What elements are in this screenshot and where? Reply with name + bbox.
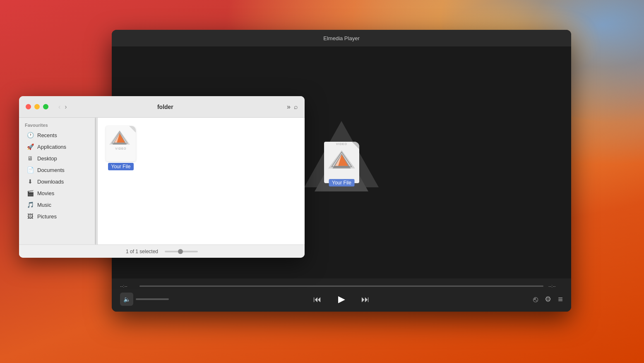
maximize-button[interactable] — [43, 104, 48, 109]
progress-bar-area: --:-- --:-- — [120, 278, 563, 291]
sidebar-label-pictures: Pictures — [37, 213, 57, 220]
file-icon-small: VIDEO — [106, 126, 136, 161]
player-controls-bar: --:-- --:-- 🔈 ⏮ ▶ ⏭ ⎋ ⚙ ≡ — [112, 278, 571, 312]
desktop-icon: 🖥 — [26, 155, 34, 162]
volume-icon: 🔈 — [123, 296, 130, 302]
sidebar-scrollbar[interactable] — [95, 118, 96, 244]
progress-track[interactable] — [139, 286, 543, 287]
file-item-your-file[interactable]: VIDEO Your File — [106, 126, 136, 170]
finder-window: ‹ › folder » ⌕ Favourites 🕐 Recents 🚀 Ap… — [19, 96, 305, 258]
nav-arrows: ‹ › — [57, 102, 69, 111]
forward-arrow-button[interactable]: › — [63, 102, 68, 111]
player-title: Elmedia Player — [323, 35, 359, 41]
time-elapsed: --:-- — [120, 283, 135, 288]
sidebar-label-documents: Documents — [37, 167, 65, 173]
search-button[interactable]: ⌕ — [294, 103, 298, 111]
pictures-icon: 🖼 — [26, 213, 34, 220]
finder-body: Favourites 🕐 Recents 🚀 Applications 🖥 De… — [19, 118, 305, 244]
icon-size-slider[interactable] — [165, 251, 198, 252]
player-file-icon: VIDEO Your File — [324, 142, 359, 183]
volume-button[interactable]: 🔈 — [120, 293, 133, 306]
finder-status-bar: 1 of 1 selected — [19, 244, 305, 258]
player-file-label: Your File — [329, 179, 355, 186]
player-video-badge-large: VIDEO — [324, 143, 359, 145]
sidebar-item-desktop[interactable]: 🖥 Desktop — [21, 152, 96, 164]
slider-track — [165, 251, 198, 252]
sidebar-item-movies[interactable]: 🎬 Movies — [21, 187, 96, 199]
time-total: --:-- — [548, 283, 563, 288]
finder-status-text: 1 of 1 selected — [126, 249, 158, 254]
controls-row: 🔈 ⏮ ▶ ⏭ ⎋ ⚙ ≡ — [120, 291, 563, 307]
applications-icon: 🚀 — [26, 143, 34, 150]
back-arrow-button[interactable]: ‹ — [57, 102, 62, 111]
music-icon: 🎵 — [26, 201, 34, 208]
file-name-label: Your File — [108, 163, 134, 170]
sidebar-item-recents[interactable]: 🕐 Recents — [21, 129, 96, 141]
sidebar-item-pictures[interactable]: 🖼 Pictures — [21, 211, 96, 222]
playback-controls: ⏮ ▶ ⏭ — [313, 292, 370, 307]
volume-area: 🔈 — [120, 293, 169, 306]
volume-slider[interactable] — [136, 298, 169, 300]
play-button[interactable]: ▶ — [334, 292, 349, 307]
settings-button[interactable]: ⚙ — [545, 295, 551, 304]
sidebar-item-music[interactable]: 🎵 Music — [21, 199, 96, 211]
elmedia-logo-small — [109, 130, 130, 145]
player-bg-triangles: VIDEO Your File — [300, 121, 383, 204]
playlist-button[interactable]: ≡ — [558, 295, 563, 304]
next-track-button[interactable]: ⏭ — [361, 295, 370, 304]
slider-thumb — [178, 249, 183, 254]
view-options-button[interactable]: » — [287, 103, 291, 111]
downloads-icon: ⬇ — [26, 178, 34, 185]
sidebar-label-applications: Applications — [37, 144, 66, 150]
sidebar-section-favourites: Favourites — [19, 118, 97, 129]
sidebar-item-documents[interactable]: 📄 Documents — [21, 164, 96, 176]
sidebar-item-downloads[interactable]: ⬇ Downloads — [21, 176, 96, 187]
player-file-display: VIDEO Your File — [300, 121, 383, 204]
sidebar-item-applications[interactable]: 🚀 Applications — [21, 141, 96, 152]
movies-icon: 🎬 — [26, 190, 34, 196]
sidebar-label-movies: Movies — [37, 190, 54, 196]
minimize-button[interactable] — [34, 104, 40, 109]
sidebar-label-music: Music — [37, 202, 51, 208]
recents-icon: 🕐 — [26, 132, 34, 138]
finder-title: folder — [74, 104, 257, 110]
elmedia-logo-large — [328, 150, 355, 169]
finder-titlebar: ‹ › folder » ⌕ — [19, 96, 305, 118]
finder-files-area: VIDEO Your File — [98, 118, 305, 179]
player-titlebar: Elmedia Player — [112, 30, 571, 46]
sidebar-label-recents: Recents — [37, 132, 57, 138]
finder-sidebar: Favourites 🕐 Recents 🚀 Applications 🖥 De… — [19, 118, 98, 244]
traffic-lights — [26, 104, 48, 109]
finder-content: VIDEO Your File — [98, 118, 305, 244]
right-controls: ⎋ ⚙ ≡ — [533, 295, 563, 304]
sidebar-label-desktop: Desktop — [37, 155, 57, 162]
file-video-badge: VIDEO — [106, 147, 136, 150]
airplay-button[interactable]: ⎋ — [533, 295, 538, 304]
close-button[interactable] — [26, 104, 31, 109]
prev-track-button[interactable]: ⏮ — [313, 295, 322, 304]
sidebar-label-downloads: Downloads — [37, 179, 64, 185]
documents-icon: 📄 — [26, 167, 34, 173]
finder-toolbar-right: » ⌕ — [287, 103, 298, 111]
